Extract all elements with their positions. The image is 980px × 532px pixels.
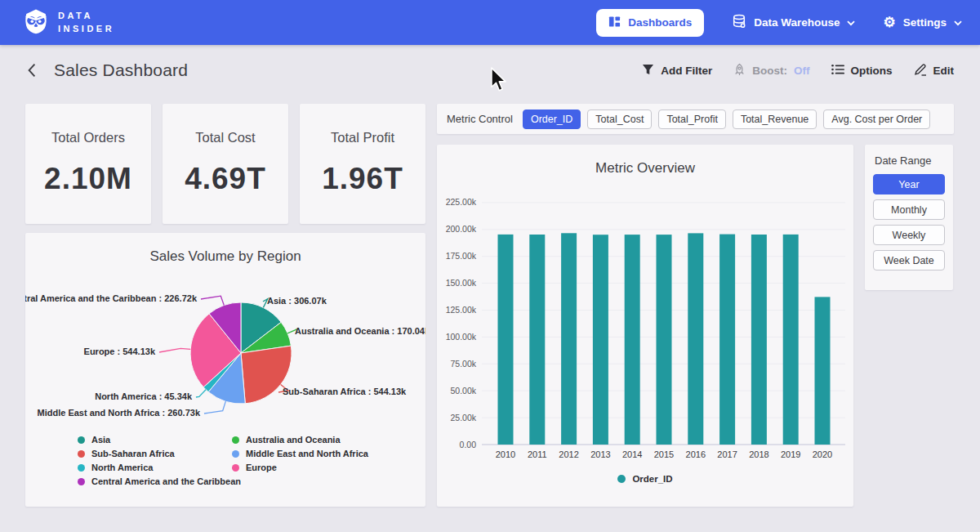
- y-axis-tick-label: 50.00k: [450, 386, 476, 396]
- x-axis-tick-label: 2016: [686, 449, 706, 459]
- legend-dot: [232, 436, 239, 444]
- edit-button[interactable]: Edit: [914, 63, 955, 78]
- bar-2015[interactable]: [657, 235, 672, 445]
- legend-label: Sub-Saharan Africa: [91, 449, 175, 458]
- boost-label: Boost:: [752, 65, 787, 77]
- dashboards-button[interactable]: Dashboards: [596, 9, 704, 37]
- y-axis-tick-label: 100.00k: [446, 332, 477, 342]
- x-axis-tick-label: 2013: [590, 449, 610, 459]
- date-range-weekly-button[interactable]: Weekly: [873, 225, 945, 245]
- boost-value: Off: [794, 65, 810, 77]
- date-range-week-date-button[interactable]: Week Date: [873, 250, 945, 270]
- bar-2016[interactable]: [688, 233, 703, 445]
- sales-volume-chart-panel: Sales Volume by Region Asia : 306.07kAus…: [25, 233, 425, 507]
- add-filter-button[interactable]: Add Filter: [642, 64, 712, 78]
- rocket-icon: [733, 63, 746, 78]
- legend-item-australia-and-oceania[interactable]: Australia and Oceania: [232, 435, 368, 445]
- legend-label: Asia: [91, 435, 110, 445]
- filter-funnel-icon: [642, 64, 654, 78]
- legend-label: Europe: [246, 463, 277, 472]
- brand[interactable]: DATA INSIDER: [23, 8, 114, 38]
- x-axis-tick-label: 2017: [717, 449, 737, 459]
- x-axis-tick-label: 2018: [749, 449, 768, 459]
- legend-dot: [78, 436, 85, 444]
- bar-2013[interactable]: [593, 235, 608, 445]
- kpi-label: Total Orders: [25, 130, 151, 145]
- dashboard-grid-icon: [608, 16, 621, 30]
- owl-logo-icon: [23, 8, 49, 38]
- metric-button-total-cost[interactable]: Total_Cost: [587, 110, 652, 129]
- back-button[interactable]: [26, 63, 38, 78]
- y-axis-tick-label: 175.00k: [446, 251, 477, 261]
- pie-slice-label: Australia and Oceania : 170.04k: [295, 326, 425, 336]
- bar-2018[interactable]: [751, 235, 767, 445]
- kpi-label: Total Profit: [300, 130, 425, 145]
- gear-icon: ⚙: [883, 16, 895, 29]
- metric-button-avg-cost-per-order[interactable]: Avg. Cost per Order: [823, 110, 930, 129]
- metric-button-order-id[interactable]: Order_ID: [523, 110, 581, 129]
- edit-label: Edit: [933, 65, 955, 77]
- legend-label: Middle East and North Africa: [246, 449, 368, 458]
- legend-item-north-america[interactable]: North America: [78, 463, 241, 472]
- y-axis-tick-label: 125.00k: [446, 305, 477, 315]
- x-axis-tick-label: 2020: [813, 449, 832, 459]
- legend-dot: [78, 464, 85, 472]
- pie-slice-label: North America : 45.34k: [95, 391, 193, 401]
- y-axis-tick-label: 75.00k: [450, 359, 476, 369]
- kpi-card-total-profit: Total Profit 1.96T: [300, 104, 425, 224]
- kpi-card-total-orders: Total Orders 2.10M: [25, 104, 151, 224]
- legend-dot: [78, 478, 85, 485]
- y-axis-tick-label: 150.00k: [446, 278, 477, 288]
- metric-button-total-profit[interactable]: Total_Profit: [658, 110, 726, 129]
- bar-chart: 0.0025.00k50.00k75.00k100.00k125.00k150.…: [437, 177, 853, 472]
- legend-item-sub-saharan-africa[interactable]: Sub-Saharan Africa: [78, 449, 241, 458]
- settings-label: Settings: [903, 16, 947, 29]
- top-navbar: DATA INSIDER Dashboards: [0, 0, 980, 45]
- header-actions: Add Filter Boost: Off: [642, 63, 954, 78]
- pie-label-line: [201, 296, 224, 305]
- metric-control-bar: Metric Control Order_ID Total_Cost Total…: [437, 104, 954, 134]
- legend-label: North America: [91, 463, 153, 472]
- y-axis-tick-label: 0.00: [460, 440, 477, 449]
- y-axis-tick-label: 25.00k: [450, 413, 476, 422]
- options-button[interactable]: Options: [831, 64, 893, 78]
- settings-menu[interactable]: ⚙ Settings: [883, 16, 962, 29]
- dashboards-label: Dashboards: [628, 16, 692, 29]
- bar-2017[interactable]: [719, 235, 735, 445]
- bar-2012[interactable]: [561, 233, 577, 445]
- legend-dot: [232, 464, 239, 472]
- bar-2011[interactable]: [529, 235, 545, 445]
- legend-item-asia[interactable]: Asia: [78, 435, 241, 445]
- page-header: Sales Dashboard Add Filter Boost: Off: [0, 45, 980, 96]
- legend-dot: [617, 475, 626, 483]
- x-axis-tick-label: 2011: [528, 449, 547, 459]
- bar-2010[interactable]: [498, 235, 514, 445]
- legend-dot: [78, 450, 85, 458]
- pie-slice-label: Middle East and North Africa : 260.73k: [38, 408, 201, 418]
- list-icon: [831, 64, 844, 78]
- data-warehouse-menu[interactable]: Data Warehouse: [732, 14, 855, 31]
- x-axis-tick-label: 2010: [496, 449, 515, 459]
- legend-item-europe[interactable]: Europe: [232, 463, 368, 472]
- date-range-label: Date Range: [875, 154, 945, 167]
- database-icon: [732, 14, 746, 31]
- boost-toggle[interactable]: Boost: Off: [733, 63, 809, 78]
- pie-legend-column-2: Australia and OceaniaMiddle East and Nor…: [232, 435, 368, 476]
- pie-label-line: [159, 348, 190, 352]
- data-warehouse-label: Data Warehouse: [754, 16, 840, 29]
- page-title: Sales Dashboard: [54, 60, 188, 80]
- legend-item-central-america-and-the-caribbean[interactable]: Central America and the Caribbean: [78, 476, 241, 486]
- legend-item-middle-east-and-north-africa[interactable]: Middle East and North Africa: [232, 449, 368, 458]
- date-range-year-button[interactable]: Year: [873, 174, 945, 194]
- bar-chart-legend[interactable]: Order_ID: [437, 474, 853, 484]
- y-axis-tick-label: 225.00k: [446, 197, 477, 207]
- chevron-down-icon: [954, 16, 962, 29]
- bar-2014[interactable]: [625, 235, 640, 445]
- bar-2020[interactable]: [815, 297, 831, 445]
- app-window: DATA INSIDER Dashboards: [0, 0, 980, 532]
- bar-2019[interactable]: [783, 235, 799, 445]
- date-range-monthly-button[interactable]: Monthly: [873, 199, 945, 220]
- kpi-label: Total Cost: [163, 130, 288, 145]
- pie-slice-label: Europe : 544.13k: [84, 346, 156, 356]
- metric-button-total-revenue[interactable]: Total_Revenue: [733, 110, 817, 129]
